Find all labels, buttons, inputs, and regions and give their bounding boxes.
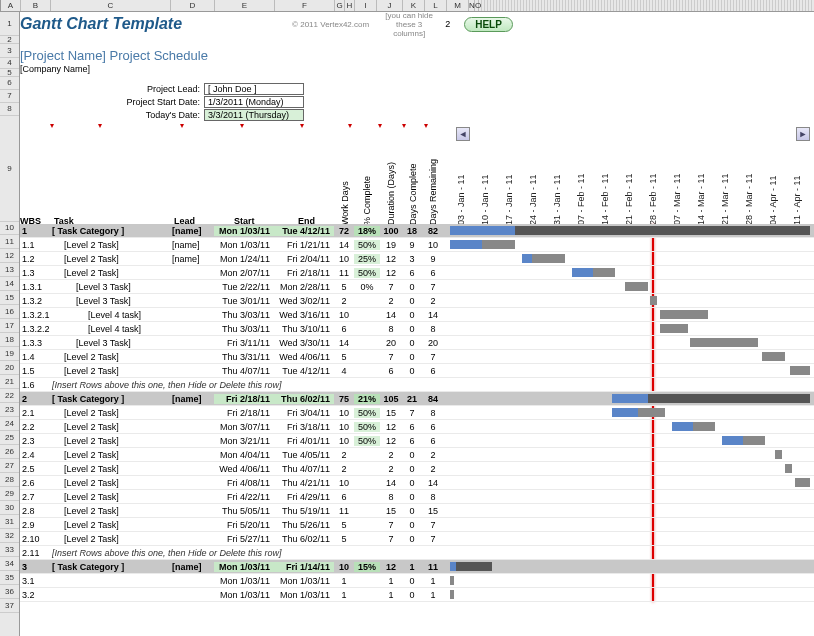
row-29[interactable]: 29 — [0, 487, 19, 501]
row-33[interactable]: 33 — [0, 543, 19, 557]
row-15[interactable]: 15 — [0, 291, 19, 305]
task-row[interactable]: 3.2 Mon 1/03/11 Mon 1/03/11 1 1 0 1 — [20, 588, 814, 602]
col-B[interactable]: B — [21, 0, 51, 11]
row-10[interactable]: 10 — [0, 222, 19, 235]
today-date-value[interactable]: 3/3/2011 (Thursday) — [204, 109, 304, 121]
col-L[interactable]: L — [425, 0, 447, 11]
hdr-pct[interactable]: % Complete — [362, 176, 372, 225]
task-row[interactable]: 2.4 [Level 2 Task] Mon 4/04/11 Tue 4/05/… — [20, 448, 814, 462]
task-row[interactable]: 3 [ Task Category ] [name] Mon 1/03/11 F… — [20, 560, 814, 574]
task-row[interactable]: 1.2 [Level 2 Task] [name] Mon 1/24/11 Fr… — [20, 252, 814, 266]
row-27[interactable]: 27 — [0, 459, 19, 473]
row-25[interactable]: 25 — [0, 431, 19, 445]
row-16[interactable]: 16 — [0, 305, 19, 319]
copyright-text: © 2011 Vertex42.com — [292, 20, 369, 29]
hdr-days-complete[interactable]: Days Complete — [408, 163, 418, 225]
task-row[interactable]: 1.5 [Level 2 Task] Thu 4/07/11 Tue 4/12/… — [20, 364, 814, 378]
timeline-date: 14 - Mar - 11 — [696, 173, 706, 225]
task-row[interactable]: 2.10 [Level 2 Task] Fri 5/27/11 Thu 6/02… — [20, 532, 814, 546]
gantt-bar — [450, 280, 812, 294]
project-start-value[interactable]: 1/3/2011 (Monday) — [204, 96, 304, 108]
task-row[interactable]: 2.9 [Level 2 Task] Fri 5/20/11 Thu 5/26/… — [20, 518, 814, 532]
gantt-bar — [450, 308, 812, 322]
row-21[interactable]: 21 — [0, 375, 19, 389]
task-row[interactable]: 1.3.2.2 [Level 4 task] Thu 3/03/11 Thu 3… — [20, 322, 814, 336]
hdr-duration[interactable]: Duration (Days) — [386, 162, 396, 225]
row-35[interactable]: 35 — [0, 571, 19, 585]
gantt-bar — [450, 476, 812, 490]
col-D[interactable]: D — [171, 0, 215, 11]
task-row[interactable]: 2.1 [Level 2 Task] Fri 2/18/11 Fri 3/04/… — [20, 406, 814, 420]
task-row[interactable]: 1.3.2.1 [Level 4 task] Thu 3/03/11 Wed 3… — [20, 308, 814, 322]
row-32[interactable]: 32 — [0, 529, 19, 543]
row-13[interactable]: 13 — [0, 263, 19, 277]
row-8[interactable]: 8 — [0, 103, 19, 116]
task-row[interactable]: 2.11[Insert Rows above this one, then Hi… — [20, 546, 814, 560]
row-5[interactable]: 5 — [0, 69, 19, 77]
col-E[interactable]: E — [215, 0, 275, 11]
gantt-bar — [450, 574, 812, 588]
row-3[interactable]: 3 — [0, 44, 19, 58]
row-17[interactable]: 17 — [0, 319, 19, 333]
row-12[interactable]: 12 — [0, 249, 19, 263]
scroll-number[interactable]: 2 — [445, 19, 450, 29]
project-subtitle: [Project Name] Project Schedule — [20, 48, 814, 63]
row-20[interactable]: 20 — [0, 361, 19, 375]
col-K[interactable]: K — [403, 0, 425, 11]
task-row[interactable]: 3.1 Mon 1/03/11 Mon 1/03/11 1 1 0 1 — [20, 574, 814, 588]
gantt-bar — [450, 588, 812, 602]
gantt-bar — [450, 462, 812, 476]
task-row[interactable]: 2.3 [Level 2 Task] Mon 3/21/11 Fri 4/01/… — [20, 434, 814, 448]
row-7[interactable]: 7 — [0, 90, 19, 103]
row-28[interactable]: 28 — [0, 473, 19, 487]
row-9[interactable]: 9 — [0, 116, 19, 222]
row-36[interactable]: 36 — [0, 585, 19, 599]
row-31[interactable]: 31 — [0, 515, 19, 529]
timeline-scroll-left[interactable]: ◄ — [456, 127, 470, 141]
hdr-days-remaining[interactable]: Days Remaining — [428, 159, 438, 225]
col-G[interactable]: G — [335, 0, 345, 11]
row-18[interactable]: 18 — [0, 333, 19, 347]
project-lead-value[interactable]: [ John Doe ] — [204, 83, 304, 95]
task-row[interactable]: 1.3.1 [Level 3 Task] Tue 2/22/11 Mon 2/2… — [20, 280, 814, 294]
col-C[interactable]: C — [51, 0, 171, 11]
gantt-bar — [450, 224, 812, 238]
row-6[interactable]: 6 — [0, 77, 19, 90]
col-F[interactable]: F — [275, 0, 335, 11]
row-22[interactable]: 22 — [0, 389, 19, 403]
hdr-workdays[interactable]: Work Days — [340, 181, 350, 225]
row-30[interactable]: 30 — [0, 501, 19, 515]
task-row[interactable]: 2.5 [Level 2 Task] Wed 4/06/11 Thu 4/07/… — [20, 462, 814, 476]
row-37[interactable]: 37 — [0, 599, 19, 613]
row-14[interactable]: 14 — [0, 277, 19, 291]
timeline-date: 10 - Jan - 11 — [480, 174, 490, 225]
task-row[interactable]: 1.1 [Level 2 Task] [name] Mon 1/03/11 Fr… — [20, 238, 814, 252]
row-19[interactable]: 19 — [0, 347, 19, 361]
col-H[interactable]: H — [345, 0, 355, 11]
task-row[interactable]: 2 [ Task Category ] [name] Fri 2/18/11 T… — [20, 392, 814, 406]
task-row[interactable]: 2.8 [Level 2 Task] Thu 5/05/11 Thu 5/19/… — [20, 504, 814, 518]
gantt-bar — [450, 266, 812, 280]
row-24[interactable]: 24 — [0, 417, 19, 431]
row-34[interactable]: 34 — [0, 557, 19, 571]
task-row[interactable]: 1.4 [Level 2 Task] Thu 3/31/11 Wed 4/06/… — [20, 350, 814, 364]
col-A[interactable]: A — [1, 0, 21, 11]
task-row[interactable]: 1.3.2 [Level 3 Task] Tue 3/01/11 Wed 3/0… — [20, 294, 814, 308]
task-row[interactable]: 2.7 [Level 2 Task] Fri 4/22/11 Fri 4/29/… — [20, 490, 814, 504]
row-26[interactable]: 26 — [0, 445, 19, 459]
task-row[interactable]: 2.6 [Level 2 Task] Fri 4/08/11 Thu 4/21/… — [20, 476, 814, 490]
task-row[interactable]: 1.3 [Level 2 Task] Mon 2/07/11 Fri 2/18/… — [20, 266, 814, 280]
task-row[interactable]: 1 [ Task Category ] [name] Mon 1/03/11 T… — [20, 224, 814, 238]
task-row[interactable]: 2.2 [Level 2 Task] Mon 3/07/11 Fri 3/18/… — [20, 420, 814, 434]
row-1[interactable]: 1 — [0, 12, 19, 36]
col-I[interactable]: I — [355, 0, 377, 11]
row-11[interactable]: 11 — [0, 235, 19, 249]
row-23[interactable]: 23 — [0, 403, 19, 417]
timeline-scroll-right[interactable]: ► — [796, 127, 810, 141]
help-button[interactable]: HELP — [464, 17, 513, 32]
col-J[interactable]: J — [377, 0, 403, 11]
task-row[interactable]: 1.6[Insert Rows above this one, then Hid… — [20, 378, 814, 392]
task-row[interactable]: 1.3.3 [Level 3 Task] Fri 3/11/11 Wed 3/3… — [20, 336, 814, 350]
row-2[interactable]: 2 — [0, 36, 19, 44]
col-M[interactable]: M — [447, 0, 469, 11]
